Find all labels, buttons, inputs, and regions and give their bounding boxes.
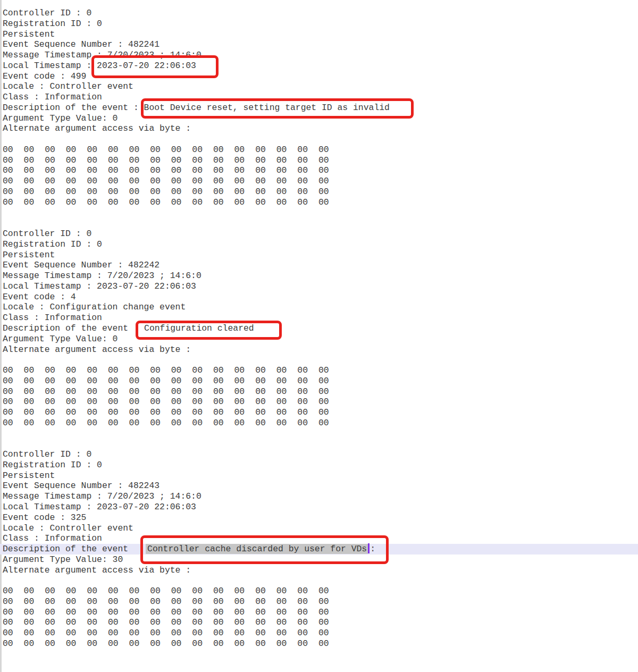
- hex-byte: 00: [3, 197, 24, 208]
- hex-byte: 00: [171, 628, 192, 639]
- hex-byte: 00: [213, 365, 234, 376]
- hex-byte: 00: [318, 586, 340, 597]
- log-line-event-2: Alternate argument access via byte :: [0, 345, 638, 355]
- log-container[interactable]: Controller ID : 0Registration ID : 0Pers…: [0, 8, 638, 670]
- hex-byte: 00: [297, 418, 318, 429]
- hex-byte: 00: [318, 176, 340, 187]
- hex-byte: 00: [150, 387, 171, 397]
- hex-byte: 00: [150, 197, 171, 208]
- hex-byte: 00: [150, 607, 171, 618]
- hex-byte: 00: [150, 586, 171, 597]
- hex-byte: 00: [276, 418, 298, 429]
- hex-byte: 00: [108, 397, 129, 407]
- hex-byte: 00: [297, 165, 318, 176]
- hex-byte: 00: [255, 365, 276, 376]
- hex-row-event-3: 00000000000000000000000000000000: [0, 628, 638, 639]
- hex-byte: 00: [255, 418, 276, 429]
- hex-byte: 00: [66, 387, 87, 397]
- log-line-event-1: Message Timestamp : 7/20/2023 ; 14:6:0: [0, 50, 638, 61]
- hex-byte: 00: [3, 176, 24, 187]
- hex-byte: 00: [24, 639, 45, 649]
- hex-byte: 00: [213, 628, 234, 639]
- hex-byte: 00: [24, 628, 45, 639]
- hex-byte: 00: [87, 586, 108, 597]
- hex-byte: 00: [192, 197, 213, 208]
- description-value-selected: Controller cache discarded by user for V…: [146, 544, 368, 554]
- hex-byte: 00: [318, 365, 340, 376]
- hex-byte: 00: [276, 586, 298, 597]
- hex-byte: 00: [297, 365, 318, 376]
- hex-byte: 00: [87, 197, 108, 208]
- hex-byte: 00: [171, 187, 192, 197]
- hex-byte: 00: [150, 639, 171, 649]
- hex-byte: 00: [87, 176, 108, 187]
- hex-byte: 00: [108, 197, 129, 208]
- hex-byte: 00: [318, 165, 340, 176]
- log-line-event-1: Controller ID : 0: [0, 8, 638, 19]
- hex-byte: 00: [234, 376, 256, 387]
- hex-byte: 00: [297, 155, 318, 166]
- hex-byte: 00: [255, 376, 276, 387]
- hex-byte: 00: [87, 418, 108, 429]
- log-line-event-3: Event Sequence Number : 482243: [0, 481, 638, 491]
- hex-byte: 00: [24, 365, 45, 376]
- hex-byte: 00: [213, 376, 234, 387]
- hex-byte: 00: [87, 387, 108, 397]
- hex-byte: 00: [3, 607, 24, 618]
- hex-byte: 00: [3, 145, 24, 155]
- hex-row-event-2: 00000000000000000000000000000000: [0, 376, 638, 387]
- hex-byte: 00: [24, 197, 45, 208]
- hex-byte: 00: [3, 397, 24, 407]
- hex-byte: 00: [129, 176, 150, 187]
- hex-byte: 00: [66, 365, 87, 376]
- hex-byte: 00: [3, 597, 24, 607]
- hex-byte: 00: [3, 187, 24, 197]
- hex-byte: 00: [108, 597, 129, 607]
- hex-byte: 00: [171, 397, 192, 407]
- hex-byte: 00: [171, 376, 192, 387]
- hex-byte: 00: [150, 365, 171, 376]
- hex-byte: 00: [24, 617, 45, 628]
- hex-byte: 00: [108, 407, 129, 418]
- hex-byte: 00: [171, 365, 192, 376]
- hex-byte: 00: [3, 418, 24, 429]
- hex-byte: 00: [45, 597, 66, 607]
- hex-byte: 00: [318, 145, 340, 155]
- hex-byte: 00: [255, 145, 276, 155]
- hex-byte: 00: [213, 639, 234, 649]
- hex-byte: 00: [66, 376, 87, 387]
- hex-row-event-1: 00000000000000000000000000000000: [0, 145, 638, 155]
- hex-byte: 00: [129, 597, 150, 607]
- log-line-event-1: Argument Type Value: 0: [0, 113, 638, 124]
- hex-byte: 00: [87, 597, 108, 607]
- hex-row-event-1: 00000000000000000000000000000000: [0, 165, 638, 176]
- hex-byte: 00: [66, 176, 87, 187]
- hex-byte: 00: [108, 145, 129, 155]
- hex-byte: 00: [24, 155, 45, 166]
- hex-byte: 00: [192, 387, 213, 397]
- log-line-event-3: Message Timestamp : 7/20/2023 ; 14:6:0: [0, 491, 638, 502]
- hex-byte: 00: [24, 586, 45, 597]
- hex-byte: 00: [171, 387, 192, 397]
- hex-byte: 00: [129, 376, 150, 387]
- description-label: Description of the event: [3, 103, 128, 113]
- hex-byte: 00: [318, 397, 340, 407]
- hex-byte: 00: [318, 628, 340, 639]
- hex-byte: 00: [213, 617, 234, 628]
- log-line-event-3: Locale : Controller event: [0, 523, 638, 534]
- hex-byte: 00: [66, 397, 87, 407]
- log-line-event-2: Local Timestamp : 2023-07-20 22:06:03: [0, 281, 638, 292]
- log-line-event-2: Argument Type Value: 0: [0, 334, 638, 345]
- hex-byte: 00: [213, 197, 234, 208]
- hex-byte: 00: [213, 165, 234, 176]
- hex-byte: 00: [24, 418, 45, 429]
- hex-byte: 00: [213, 187, 234, 197]
- hex-byte: 00: [45, 418, 66, 429]
- hex-byte: 00: [297, 607, 318, 618]
- hex-byte: 00: [213, 145, 234, 155]
- hex-byte: 00: [213, 607, 234, 618]
- log-line-event-2: Event code : 4: [0, 292, 638, 303]
- hex-byte: 00: [129, 586, 150, 597]
- hex-byte: 00: [45, 617, 66, 628]
- hex-byte: 00: [87, 607, 108, 618]
